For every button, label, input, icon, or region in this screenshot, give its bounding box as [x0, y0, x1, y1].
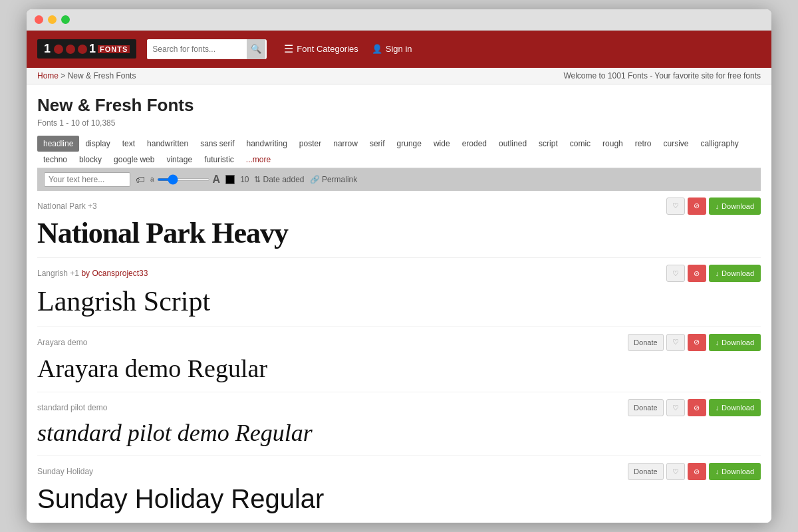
font-entry-1: NatIonal Park +3 ♡ ⊘ ↓ Download National… [37, 191, 761, 258]
small-a-label: a [150, 176, 154, 183]
download-label-3: Download [722, 338, 754, 346]
tab-calligraphy[interactable]: calligraphy [694, 136, 744, 152]
download-label-5: Download [722, 467, 754, 475]
tab-narrow[interactable]: narrow [327, 136, 364, 152]
donate-button-4[interactable]: Donate [628, 399, 663, 416]
tag-icon: 🏷 [136, 174, 145, 185]
site-logo[interactable]: 1 1 FONTS [37, 39, 136, 59]
font-label-2: Langrish +1 by Ocansproject33 [37, 269, 148, 278]
filter-tabs: headline display text handwritten sans s… [37, 136, 761, 168]
tab-display[interactable]: display [79, 136, 116, 152]
font-label-1: NatIonal Park +3 [37, 201, 97, 211]
tab-retro[interactable]: retro [629, 136, 658, 152]
tab-cursive[interactable]: cursive [657, 136, 694, 152]
tab-grunge[interactable]: grunge [391, 136, 428, 152]
font-categories-nav[interactable]: ☰ Font Categories [284, 43, 358, 55]
preview-input[interactable] [44, 172, 130, 187]
tab-handwritten[interactable]: handwritten [141, 136, 194, 152]
font-actions-2: ♡ ⊘ ↓ Download [666, 265, 761, 282]
tab-wide[interactable]: wide [428, 136, 456, 152]
tab-poster[interactable]: poster [293, 136, 327, 152]
font-entry-2: Langrish +1 by Ocansproject33 ♡ ⊘ ↓ Down… [37, 258, 761, 327]
toolbar-icons: 🏷 [136, 174, 145, 185]
font-entry-3: Arayara demo Donate ♡ ⊘ ↓ Download Araya… [37, 327, 761, 393]
block-button-3[interactable]: ⊘ [688, 334, 706, 351]
download-label-2: Download [722, 269, 754, 277]
download-label-4: Download [722, 404, 754, 412]
minimize-button[interactable] [48, 15, 57, 24]
donate-button-3[interactable]: Donate [628, 334, 663, 351]
breadcrumb-home[interactable]: Home [37, 71, 59, 80]
tab-outlined[interactable]: outlined [493, 136, 533, 152]
font-actions-1: ♡ ⊘ ↓ Download [666, 198, 761, 215]
site-header: 1 1 FONTS 🔍 ☰ Font Categories 👤 Sign in [27, 31, 771, 68]
font-display-2[interactable]: Langrish Script [37, 285, 761, 318]
tab-more[interactable]: ...more [240, 152, 277, 168]
sort-button[interactable]: ⇅ Date added [254, 175, 304, 184]
link-icon: 🔗 [310, 175, 320, 184]
permalink-button[interactable]: 🔗 Permalink [310, 175, 358, 184]
heart-button-5[interactable]: ♡ [666, 463, 685, 480]
tab-comic[interactable]: comic [564, 136, 597, 152]
download-label-1: Download [722, 202, 754, 210]
font-actions-3: Donate ♡ ⊘ ↓ Download [628, 334, 761, 351]
tab-serif[interactable]: serif [364, 136, 391, 152]
font-actions-4: Donate ♡ ⊘ ↓ Download [628, 399, 761, 416]
breadcrumb: Home > New & Fresh Fonts [37, 71, 136, 80]
font-actions-5: Donate ♡ ⊘ ↓ Download [628, 463, 761, 480]
user-icon: 👤 [372, 44, 382, 54]
font-entry-header-1: NatIonal Park +3 ♡ ⊘ ↓ Download [37, 198, 761, 215]
tab-blocky[interactable]: blocky [73, 152, 108, 168]
sign-in-label: Sign in [386, 44, 412, 54]
download-button-4[interactable]: ↓ Download [709, 399, 761, 416]
sign-in-nav[interactable]: 👤 Sign in [372, 44, 412, 54]
font-display-1[interactable]: National Park Heavy [37, 217, 761, 249]
tab-vintage[interactable]: vintage [160, 152, 198, 168]
download-button-5[interactable]: ↓ Download [709, 463, 761, 480]
hamburger-icon: ☰ [284, 43, 293, 55]
tab-headline[interactable]: headline [37, 136, 79, 152]
heart-button-1[interactable]: ♡ [666, 198, 685, 215]
toolbar: 🏷 a A 10 ⇅ Date added 🔗 Permalink [37, 168, 761, 191]
tab-google-web[interactable]: google web [108, 152, 160, 168]
tab-futuristic[interactable]: futuristic [198, 152, 240, 168]
font-display-3[interactable]: Arayara demo Regular [37, 354, 761, 384]
font-entry-header-2: Langrish +1 by Ocansproject33 ♡ ⊘ ↓ Down… [37, 265, 761, 282]
search-input[interactable] [147, 39, 247, 59]
font-entry-header-3: Arayara demo Donate ♡ ⊘ ↓ Download [37, 334, 761, 351]
size-slider: a A [150, 174, 220, 186]
tab-eroded[interactable]: eroded [456, 136, 493, 152]
block-button-5[interactable]: ⊘ [688, 463, 706, 480]
download-button-3[interactable]: ↓ Download [709, 334, 761, 351]
donate-button-5[interactable]: Donate [628, 463, 663, 480]
block-button-2[interactable]: ⊘ [688, 265, 706, 282]
block-button-4[interactable]: ⊘ [688, 399, 706, 416]
heart-button-4[interactable]: ♡ [666, 399, 685, 416]
download-button-1[interactable]: ↓ Download [709, 198, 761, 215]
heart-button-3[interactable]: ♡ [666, 334, 685, 351]
tab-rough[interactable]: rough [597, 136, 629, 152]
sort-label: Date added [263, 175, 304, 184]
tab-techno[interactable]: techno [37, 152, 73, 168]
font-size-range[interactable] [157, 178, 210, 181]
maximize-button[interactable] [61, 15, 70, 24]
heart-button-2[interactable]: ♡ [666, 265, 685, 282]
tab-handwriting[interactable]: handwriting [240, 136, 293, 152]
tab-text[interactable]: text [116, 136, 141, 152]
download-button-2[interactable]: ↓ Download [709, 265, 761, 282]
font-author-2[interactable]: by Ocansproject33 [81, 269, 148, 278]
font-display-5[interactable]: Sunday Holiday Regular [37, 483, 761, 515]
color-picker[interactable] [225, 175, 235, 184]
font-label-3: Arayara demo [37, 338, 87, 347]
welcome-text: Welcome to 1001 Fonts - Your favorite si… [563, 71, 761, 80]
font-entry-header-5: Sunday Holiday Donate ♡ ⊘ ↓ Download [37, 463, 761, 480]
tab-script[interactable]: script [533, 136, 564, 152]
search-button[interactable]: 🔍 [247, 39, 265, 59]
tab-sans-serif[interactable]: sans serif [194, 136, 240, 152]
font-display-4[interactable]: standard pilot demo Regular [37, 419, 761, 448]
close-button[interactable] [35, 15, 43, 24]
page-title: New & Fresh Fonts [37, 95, 761, 116]
font-entry-5: Sunday Holiday Donate ♡ ⊘ ↓ Download Sun… [37, 456, 761, 523]
block-button-1[interactable]: ⊘ [688, 198, 706, 215]
download-icon-3: ↓ [716, 338, 720, 346]
